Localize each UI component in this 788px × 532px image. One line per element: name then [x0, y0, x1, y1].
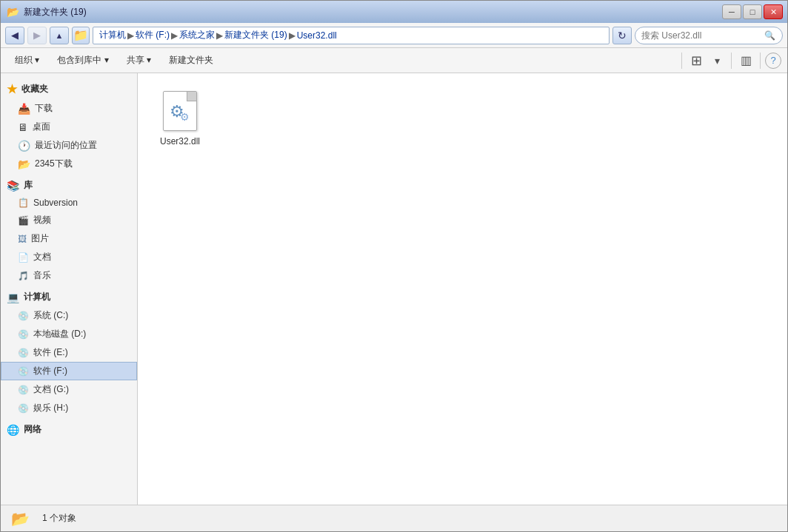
desktop-label: 桌面 — [33, 121, 50, 133]
video-icon: 🎬 — [18, 215, 29, 226]
sidebar-item-recent[interactable]: 🕐 最近访问的位置 — [1, 136, 137, 155]
sidebar-item-drive-h[interactable]: 💿 娱乐 (H:) — [1, 399, 137, 417]
status-text: 1 个对象 — [42, 512, 76, 525]
preview-pane-button[interactable]: ▥ — [736, 51, 755, 70]
file-icon: ⚙ ⚙ — [158, 89, 202, 133]
sidebar-item-2345[interactable]: 📂 2345下载 — [1, 155, 137, 173]
path-sep-4: ▶ — [289, 30, 296, 41]
sidebar-item-drive-d[interactable]: 💿 本地磁盘 (D:) — [1, 325, 137, 343]
recent-label: 最近访问的位置 — [35, 139, 97, 152]
sidebar-item-drive-e[interactable]: 💿 软件 (E:) — [1, 343, 137, 362]
dll-page-icon: ⚙ ⚙ — [163, 91, 197, 131]
path-sep-3: ▶ — [216, 30, 223, 41]
main-area: ★ 收藏夹 📥 下载 🖥 桌面 🕐 最近访问的位置 📂 2345下载 — [1, 73, 787, 505]
path-computer[interactable]: 计算机 — [99, 29, 126, 41]
new-folder-button[interactable]: 新建文件夹 — [161, 51, 221, 70]
view-toggle-button[interactable]: ⊞ — [687, 51, 706, 70]
file-label-user32: User32.dll — [160, 136, 200, 147]
sidebar-item-drive-f[interactable]: 💿 软件 (F:) — [1, 362, 137, 380]
drive-c-label: 系统 (C:) — [33, 309, 68, 322]
music-icon: 🎵 — [18, 271, 29, 281]
sidebar-item-desktop[interactable]: 🖥 桌面 — [1, 118, 137, 136]
drive-h-label: 娱乐 (H:) — [33, 402, 68, 414]
path-folder1[interactable]: 系统之家 — [179, 29, 215, 41]
status-folder-icon: 📂 — [10, 508, 30, 529]
favorites-label: 收藏夹 — [21, 83, 48, 95]
organize-button[interactable]: 组织 ▾ — [7, 51, 47, 70]
search-input[interactable] — [641, 30, 760, 41]
forward-button[interactable]: ▶ — [27, 27, 47, 44]
path-sep-1: ▶ — [127, 30, 134, 41]
computer-header-icon: 💻 — [7, 292, 19, 303]
path-file[interactable]: User32.dll — [297, 30, 337, 41]
pictures-icon: 🖼 — [18, 234, 27, 244]
drive-g-icon: 💿 — [18, 385, 29, 395]
sidebar-item-documents[interactable]: 📄 文档 — [1, 248, 137, 266]
view-options-button[interactable]: ▾ — [707, 51, 727, 70]
favorites-header[interactable]: ★ 收藏夹 — [1, 79, 137, 99]
network-section: 🌐 网络 — [1, 420, 137, 439]
toolbar-divider-2 — [731, 53, 732, 69]
sidebar-item-video[interactable]: 🎬 视频 — [1, 211, 137, 229]
library-label: 库 — [24, 179, 33, 192]
search-button[interactable]: 🔍 — [763, 29, 776, 42]
path-drive[interactable]: 软件 (F:) — [136, 29, 170, 41]
toolbar-divider-3 — [760, 53, 761, 69]
help-button[interactable]: ? — [765, 53, 781, 69]
addressbar: ◀ ▶ ▲ 📁 计算机 ▶ 软件 (F:) ▶ 系统之家 ▶ 新建文件夹 (19… — [1, 23, 787, 48]
close-button[interactable]: ✕ — [764, 4, 783, 19]
download-label: 下载 — [35, 102, 53, 115]
computer-header[interactable]: 💻 计算机 — [1, 288, 137, 306]
drive-h-icon: 💿 — [18, 403, 29, 414]
video-label: 视频 — [33, 214, 51, 226]
drive-e-icon: 💿 — [18, 348, 29, 358]
recent-icon: 🕐 — [18, 140, 30, 152]
drive-d-label: 本地磁盘 (D:) — [33, 328, 86, 340]
file-item-user32[interactable]: ⚙ ⚙ User32.dll — [147, 82, 213, 153]
network-header[interactable]: 🌐 网络 — [1, 420, 137, 439]
statusbar: 📂 1 个对象 — [1, 505, 787, 531]
toolbar-divider — [681, 53, 682, 69]
library-section: 📚 库 📋 Subversion 🎬 视频 🖼 图片 📄 文档 — [1, 176, 137, 285]
sidebar: ★ 收藏夹 📥 下载 🖥 桌面 🕐 最近访问的位置 📂 2345下载 — [1, 73, 138, 505]
network-icon: 🌐 — [7, 424, 19, 436]
drive-e-label: 软件 (E:) — [33, 346, 68, 359]
sidebar-item-drive-g[interactable]: 💿 文档 (G:) — [1, 380, 137, 399]
drive-c-icon: 💿 — [18, 311, 29, 321]
sidebar-item-pictures[interactable]: 🖼 图片 — [1, 229, 137, 248]
include-library-button[interactable]: 包含到库中 ▾ — [49, 51, 116, 70]
drive-f-label: 软件 (F:) — [33, 365, 67, 377]
up-button[interactable]: ▲ — [50, 27, 69, 44]
back-button[interactable]: ◀ — [5, 27, 24, 44]
sidebar-item-drive-c[interactable]: 💿 系统 (C:) — [1, 306, 137, 325]
refresh-button[interactable]: ↻ — [612, 27, 632, 44]
titlebar-left: 📂 新建文件夹 (19) — [7, 6, 87, 18]
window-icon: 📂 — [7, 6, 19, 18]
favorites-section: ★ 收藏夹 📥 下载 🖥 桌面 🕐 最近访问的位置 📂 2345下载 — [1, 79, 137, 173]
library-header-icon: 📚 — [7, 180, 19, 192]
explorer-window: 📂 新建文件夹 (19) ─ □ ✕ ◀ ▶ ▲ 📁 计算机 ▶ 软件 (F:)… — [0, 0, 788, 532]
file-area[interactable]: ⚙ ⚙ User32.dll — [138, 73, 787, 505]
folder-icon: 📁 — [72, 27, 90, 44]
special-folder-icon: 📂 — [18, 158, 30, 170]
desktop-folder-icon: 🖥 — [18, 121, 28, 133]
sidebar-item-download[interactable]: 📥 下载 — [1, 99, 137, 118]
library-header[interactable]: 📚 库 — [1, 176, 137, 195]
minimize-button[interactable]: ─ — [722, 4, 741, 19]
path-folder2[interactable]: 新建文件夹 (19) — [224, 29, 287, 41]
search-box[interactable]: 🔍 — [635, 27, 783, 44]
2345-label: 2345下载 — [35, 158, 73, 170]
titlebar-buttons: ─ □ ✕ — [722, 4, 783, 19]
share-button[interactable]: 共享 ▾ — [118, 51, 159, 70]
sidebar-item-subversion[interactable]: 📋 Subversion — [1, 195, 137, 211]
restore-button[interactable]: □ — [743, 4, 762, 19]
address-path[interactable]: 计算机 ▶ 软件 (F:) ▶ 系统之家 ▶ 新建文件夹 (19) ▶ User… — [93, 27, 610, 44]
sidebar-item-music[interactable]: 🎵 音乐 — [1, 266, 137, 285]
drive-d-icon: 💿 — [18, 329, 29, 340]
star-icon: ★ — [7, 82, 17, 96]
computer-section: 💻 计算机 💿 系统 (C:) 💿 本地磁盘 (D:) 💿 软件 (E:) 💿 — [1, 288, 137, 417]
computer-label: 计算机 — [24, 291, 50, 303]
gear-small-icon: ⚙ — [180, 111, 190, 123]
documents-icon: 📄 — [18, 252, 29, 263]
documents-label: 文档 — [33, 251, 51, 263]
